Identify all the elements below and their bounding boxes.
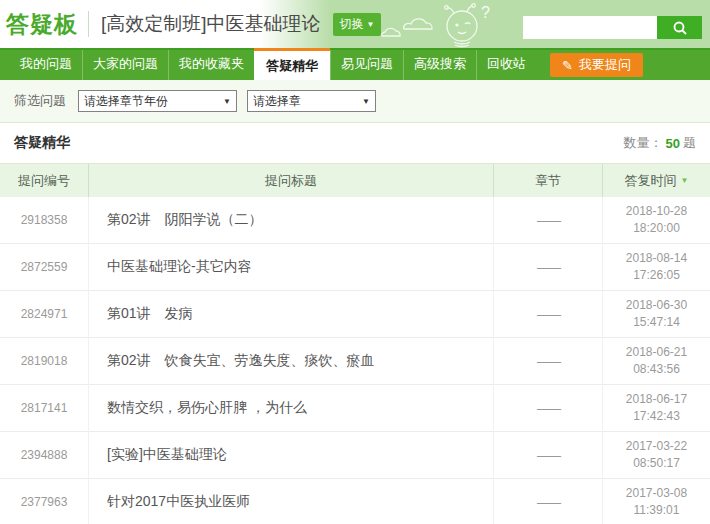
table-row: 2394888 [实验]中医基础理论 —— 2017-03-22 08:50:1… <box>0 432 710 479</box>
table-row: 2817141 数情交织，易伤心肝脾 ，为什么 —— 2018-06-17 17… <box>0 385 710 432</box>
svg-text:?: ? <box>481 4 490 21</box>
question-title-link[interactable]: 数情交织，易伤心肝脾 ，为什么 <box>88 385 493 432</box>
table-row: 2918358 第02讲 阴阳学说（二） —— 2018-10-28 18:20… <box>0 197 710 244</box>
nav-tab-label: 我的问题 <box>20 56 72 71</box>
question-title-link[interactable]: 第02讲 饮食失宜、劳逸失度、痰饮、瘀血 <box>88 338 493 385</box>
qa-table: 提问编号 提问标题 章节 答复时间▼ 2918358 第02讲 阴阳学说（二） … <box>0 163 710 524</box>
reply-clock: 08:43:56 <box>603 361 710 378</box>
switch-label: 切换 <box>340 16 364 33</box>
nav-tab[interactable]: 高级搜索 <box>403 50 476 80</box>
nav-tab-label: 我的收藏夹 <box>179 56 244 71</box>
reply-date: 2018-06-30 <box>603 297 710 314</box>
reply-time: 2017-03-22 08:50:17 <box>602 432 710 479</box>
reply-date: 2018-06-21 <box>603 344 710 361</box>
app-header: 答疑板 [高效定制班]中医基础理论 切换 ▼ ? <box>0 0 710 48</box>
pencil-icon: ✎ <box>562 58 573 73</box>
nav-tab-label: 答疑精华 <box>266 58 318 73</box>
nav-tab[interactable]: 易见问题 <box>330 50 403 80</box>
filter-label: 筛选问题 <box>14 92 66 110</box>
chapter-year-select-wrap: 请选择章节年份 <box>78 90 237 112</box>
question-id: 2817141 <box>0 401 88 415</box>
question-id: 2819018 <box>0 354 88 368</box>
reply-time: 2018-06-21 08:43:56 <box>602 338 710 385</box>
question-count: 数量： 50 题 <box>624 134 696 152</box>
qa-board-page: 答疑板 [高效定制班]中医基础理论 切换 ▼ ? <box>0 0 710 524</box>
reply-date: 2018-08-14 <box>603 250 710 267</box>
count-unit: 题 <box>683 134 696 152</box>
col-header-question-id: 提问编号 <box>0 172 88 190</box>
question-id: 2394888 <box>0 448 88 462</box>
count-label: 数量： <box>624 134 663 152</box>
table-row: 2872559 中医基础理论-其它内容 —— 2018-08-14 17:26:… <box>0 244 710 291</box>
question-id: 2918358 <box>0 213 88 227</box>
reply-date: 2018-10-28 <box>603 203 710 220</box>
chapter-value: —— <box>493 197 602 244</box>
table-header-row: 提问编号 提问标题 章节 答复时间▼ <box>0 163 710 197</box>
nav-tab[interactable]: 我的问题 <box>10 50 82 80</box>
question-id: 2872559 <box>0 260 88 274</box>
chapter-value: —— <box>493 244 602 291</box>
nav-tab[interactable]: 我的收藏夹 <box>168 50 254 80</box>
question-title-link[interactable]: 第01讲 发病 <box>88 291 493 338</box>
nav-tab-label: 易见问题 <box>341 56 393 71</box>
nav-tab-label: 高级搜索 <box>414 56 466 71</box>
chapter-value: —— <box>493 479 602 524</box>
reply-clock: 15:47:14 <box>603 314 710 331</box>
reply-time: 2018-10-28 18:20:00 <box>602 197 710 244</box>
chapter-value: —— <box>493 385 602 432</box>
question-title-link[interactable]: 中医基础理论-其它内容 <box>88 244 493 291</box>
question-title-link[interactable]: [实验]中医基础理论 <box>88 432 493 479</box>
chapter-select-wrap: 请选择章 <box>247 90 376 112</box>
reply-time: 2017-03-08 11:39:01 <box>602 479 710 524</box>
col-header-question-title: 提问标题 <box>88 164 493 198</box>
reply-date: 2017-03-22 <box>603 438 710 455</box>
chapter-year-select[interactable]: 请选择章节年份 <box>79 91 236 111</box>
reply-clock: 11:39:01 <box>603 502 710 519</box>
reply-clock: 08:50:17 <box>603 455 710 472</box>
reply-time: 2018-06-30 15:47:14 <box>602 291 710 338</box>
search-input[interactable] <box>523 16 657 39</box>
reply-time: 2018-06-17 17:42:43 <box>602 385 710 432</box>
reply-clock: 18:20:00 <box>603 220 710 237</box>
reply-clock: 17:42:43 <box>603 408 710 425</box>
nav-tab[interactable]: 答疑精华 <box>254 48 330 80</box>
question-id: 2377963 <box>0 495 88 509</box>
search-button[interactable] <box>657 16 702 39</box>
nav-tab-label: 回收站 <box>487 56 526 71</box>
nav-tab[interactable]: 大家的问题 <box>82 50 168 80</box>
col-header-reply-time-label: 答复时间 <box>625 173 677 188</box>
chapter-value: —— <box>493 338 602 385</box>
filter-bar: 筛选问题 请选择章节年份 请选择章 <box>0 80 710 123</box>
course-title: [高效定制班]中医基础理论 <box>101 11 321 37</box>
search-box <box>523 16 702 39</box>
mascot-clouds-decoration: ? <box>374 2 524 48</box>
col-header-chapter: 章节 <box>493 164 602 198</box>
ask-button-label: 我要提问 <box>579 56 631 74</box>
reply-date: 2017-03-08 <box>603 485 710 502</box>
reply-time: 2018-08-14 17:26:05 <box>602 244 710 291</box>
reply-clock: 17:26:05 <box>603 267 710 284</box>
nav-tab[interactable]: 回收站 <box>476 50 536 80</box>
table-row: 2377963 针对2017中医执业医师 —— 2017-03-08 11:39… <box>0 479 710 524</box>
col-header-reply-time[interactable]: 答复时间▼ <box>602 164 710 198</box>
app-logo: 答疑板 <box>6 9 78 40</box>
search-icon <box>672 20 688 36</box>
question-id: 2824971 <box>0 307 88 321</box>
reply-date: 2018-06-17 <box>603 391 710 408</box>
table-row: 2824971 第01讲 发病 —— 2018-06-30 15:47:14 <box>0 291 710 338</box>
section-title: 答疑精华 <box>14 134 70 152</box>
sort-desc-icon: ▼ <box>681 176 689 185</box>
header-divider <box>88 11 89 37</box>
table-row: 2819018 第02讲 饮食失宜、劳逸失度、痰饮、瘀血 —— 2018-06-… <box>0 338 710 385</box>
count-value: 50 <box>666 136 680 151</box>
ask-question-button[interactable]: ✎ 我要提问 <box>550 53 643 77</box>
nav-tab-label: 大家的问题 <box>93 56 158 71</box>
chapter-value: —— <box>493 432 602 479</box>
question-title-link[interactable]: 针对2017中医执业医师 <box>88 479 493 524</box>
main-nav: 我的问题 大家的问题 我的收藏夹 答疑精华 易见问题 高级搜索 回收站 <box>0 48 710 80</box>
question-title-link[interactable]: 第02讲 阴阳学说（二） <box>88 197 493 244</box>
chapter-select[interactable]: 请选择章 <box>248 91 375 111</box>
chapter-value: —— <box>493 291 602 338</box>
section-header: 答疑精华 数量： 50 题 <box>0 123 710 163</box>
